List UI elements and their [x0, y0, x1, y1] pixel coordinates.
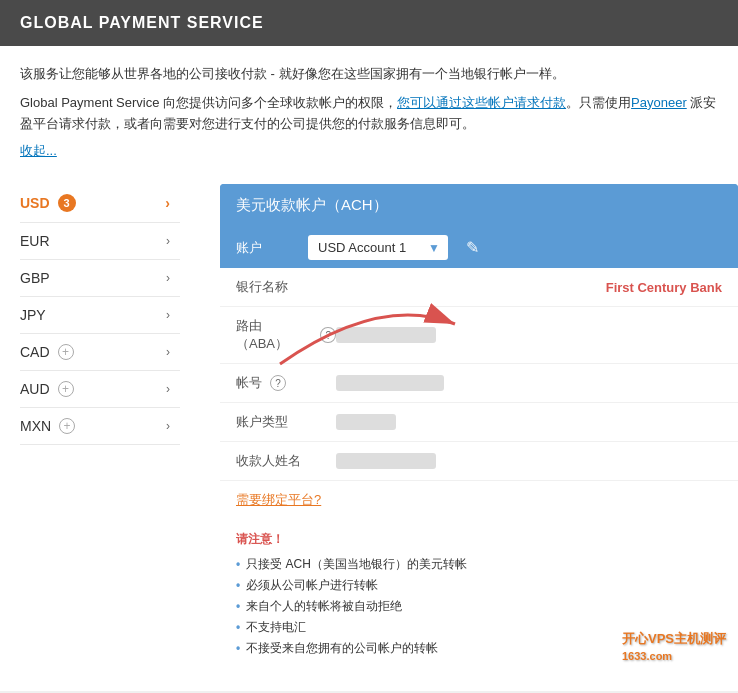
account-number-row: 帐号 ?	[220, 364, 738, 403]
account-panel-wrapper: 美元收款帐户（ACH） 账户 USD Account 1 ▼ ✎	[200, 184, 738, 671]
account-panel: 美元收款帐户（ACH） 账户 USD Account 1 ▼ ✎	[220, 184, 738, 671]
sidebar-item-cad[interactable]: CAD + ›	[20, 334, 180, 371]
routing-label: 路由（ABA） ?	[236, 317, 336, 353]
mxn-label: MXN	[20, 418, 51, 434]
panel-body: 银行名称 First Century Bank 路由（ABA） ?	[220, 268, 738, 671]
bank-name-row: 银行名称 First Century Bank	[220, 268, 738, 307]
account-label: 账户	[236, 239, 296, 257]
sidebar-item-aud[interactable]: AUD + ›	[20, 371, 180, 408]
eur-label: EUR	[20, 233, 50, 249]
account-select-row: 账户 USD Account 1 ▼ ✎	[220, 227, 738, 268]
routing-row: 路由（ABA） ?	[220, 307, 738, 364]
cad-label: CAD	[20, 344, 50, 360]
panel-header-title: 美元收款帐户（ACH）	[236, 196, 388, 213]
intro-link2[interactable]: Payoneer	[631, 95, 687, 110]
account-dropdown[interactable]: USD Account 1	[308, 235, 448, 260]
account-number-value	[336, 375, 444, 391]
page-title: GLOBAL PAYMENT SERVICE	[20, 14, 264, 31]
bind-platform-row: 需要绑定平台?	[220, 481, 738, 519]
account-dropdown-wrapper[interactable]: USD Account 1 ▼	[308, 235, 448, 260]
account-type-label: 账户类型	[236, 413, 336, 431]
aud-plus-icon: +	[58, 381, 74, 397]
aud-label: AUD	[20, 381, 50, 397]
eur-chevron-icon: ›	[166, 234, 170, 248]
notice-item-3: 来自个人的转帐将被自动拒绝	[236, 596, 722, 617]
mxn-label-wrapper: MXN +	[20, 418, 75, 434]
cad-plus-icon: +	[58, 344, 74, 360]
beneficiary-name-row: 收款人姓名	[220, 442, 738, 481]
panel-header: 美元收款帐户（ACH）	[220, 184, 738, 227]
account-type-row: 账户类型	[220, 403, 738, 442]
jpy-label: JPY	[20, 307, 46, 323]
beneficiary-name-label: 收款人姓名	[236, 452, 336, 470]
sidebar-item-eur[interactable]: EUR ›	[20, 223, 180, 260]
currency-sidebar: USD 3 › EUR › GBP › JPY ›	[20, 184, 180, 671]
gbp-chevron-icon: ›	[166, 271, 170, 285]
mxn-plus-icon: +	[59, 418, 75, 434]
account-number-label: 帐号 ?	[236, 374, 336, 392]
mxn-chevron-icon: ›	[166, 419, 170, 433]
usd-chevron-icon: ›	[165, 195, 170, 211]
sidebar-item-gbp[interactable]: GBP ›	[20, 260, 180, 297]
routing-help-icon[interactable]: ?	[320, 327, 336, 343]
aud-label-wrapper: AUD +	[20, 381, 74, 397]
account-type-value	[336, 414, 396, 430]
notice-item-2: 必须从公司帐户进行转帐	[236, 575, 722, 596]
main-content: 该服务让您能够从世界各地的公司接收付款 - 就好像您在这些国家拥有一个当地银行帐…	[0, 46, 738, 184]
cad-chevron-icon: ›	[166, 345, 170, 359]
bind-platform-link[interactable]: 需要绑定平台?	[236, 491, 321, 509]
jpy-chevron-icon: ›	[166, 308, 170, 322]
notice-item-1: 只接受 ACH（美国当地银行）的美元转帐	[236, 554, 722, 575]
gbp-label: GBP	[20, 270, 50, 286]
cad-label-wrapper: CAD +	[20, 344, 74, 360]
collapse-link[interactable]: 收起...	[20, 142, 718, 160]
edit-icon[interactable]: ✎	[466, 238, 479, 257]
app-wrapper: GLOBAL PAYMENT SERVICE 该服务让您能够从世界各地的公司接收…	[0, 0, 738, 691]
intro-line1: 该服务让您能够从世界各地的公司接收付款 - 就好像您在这些国家拥有一个当地银行帐…	[20, 64, 718, 85]
beneficiary-name-value	[336, 453, 436, 469]
intro-link1[interactable]: 您可以通过这些帐户请求付款	[397, 95, 566, 110]
sidebar-item-mxn[interactable]: MXN + ›	[20, 408, 180, 445]
usd-badge: 3	[58, 194, 76, 212]
page-header: GLOBAL PAYMENT SERVICE	[0, 0, 738, 46]
routing-value	[336, 327, 436, 343]
account-number-help-icon[interactable]: ?	[270, 375, 286, 391]
body-area: USD 3 › EUR › GBP › JPY ›	[0, 184, 738, 691]
bank-name-label: 银行名称	[236, 278, 336, 296]
sidebar-item-jpy[interactable]: JPY ›	[20, 297, 180, 334]
bank-name-value: First Century Bank	[336, 280, 722, 295]
sidebar-item-usd[interactable]: USD 3 ›	[20, 184, 180, 223]
watermark: 开心VPS主机测评 1633.com	[622, 630, 726, 663]
aud-chevron-icon: ›	[166, 382, 170, 396]
sidebar-item-usd-label: USD 3	[20, 194, 76, 212]
notice-title: 请注意！	[236, 531, 722, 548]
intro-line2: Global Payment Service 向您提供访问多个全球收款帐户的权限…	[20, 93, 718, 135]
